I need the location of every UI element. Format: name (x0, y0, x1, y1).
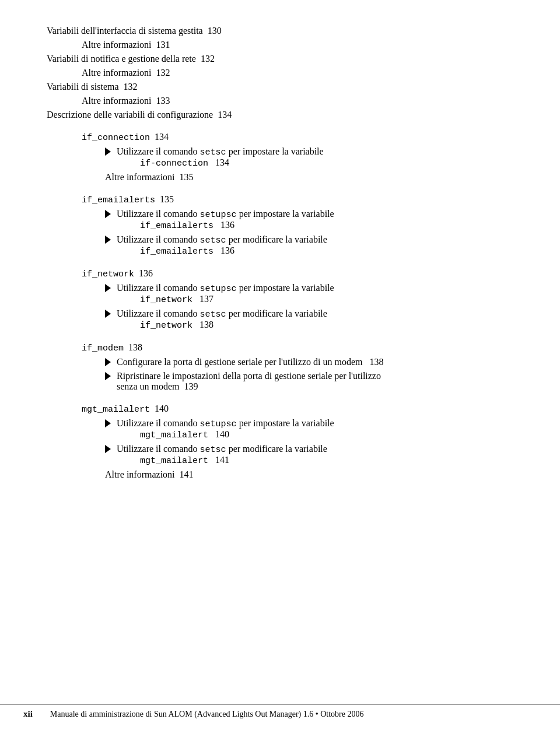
page-num: 136 (220, 245, 235, 255)
entry-code: mgt_mailalert (140, 456, 208, 466)
toc-row-ripristinare: Ripristinare le impostazioni della porta… (105, 371, 513, 392)
page-num: 134 (218, 110, 232, 120)
toc-row-2: Altre informazioni 131 (82, 40, 513, 50)
page-content: Variabili dell'interfaccia di sistema ge… (0, 0, 560, 530)
entry-code: if_network (140, 321, 192, 331)
entry-code: if_emailalerts (140, 247, 214, 257)
bullet-icon (105, 419, 111, 427)
page-num: 136 (220, 220, 235, 230)
entry-text: Utilizzare il comando setupsc per impost… (117, 418, 334, 428)
entry-code: if-connection (140, 159, 208, 169)
page-num: 137 (200, 294, 214, 304)
entry-code: if_emailalerts (82, 195, 155, 205)
entry-text: Descrizione delle variabili di configura… (47, 110, 213, 120)
entry-text: Altre informazioni (82, 68, 152, 78)
toc-row-3: Variabili di notifica e gestione della r… (47, 54, 513, 64)
entry-code: mgt_mailalert (82, 405, 150, 415)
bullet-icon (105, 445, 111, 453)
entry-text: Altre informazioni (82, 40, 152, 50)
bullet-icon (105, 284, 111, 292)
toc-row-configurare: Configurare la porta di gestione seriale… (105, 357, 513, 367)
footer-text: Manuale di amministrazione di Sun ALOM (… (50, 710, 364, 719)
bullet-icon (105, 310, 111, 318)
entry-text: Utilizzare il comando setupsc per impost… (117, 283, 334, 293)
page-num: 136 (139, 268, 153, 279)
entry-text: Utilizzare il comando setsc per modifica… (117, 444, 327, 454)
entry-text: Utilizzare il comando setupsc per impost… (117, 209, 334, 219)
toc-row-1: Variabili dell'interfaccia di sistema ge… (47, 26, 513, 36)
toc-row-setsc-email: Utilizzare il comando setsc per modifica… (105, 234, 513, 257)
entry-text: Utilizzare il comando setsc per impostar… (117, 146, 324, 156)
entry-text: Altre informazioni (105, 172, 175, 183)
entry-code: if_network (140, 295, 192, 305)
entry-code: mgt_mailalert (140, 430, 208, 440)
page-num: 141 (180, 469, 194, 480)
toc-if-emailalerts: if_emailalerts 135 (82, 194, 513, 205)
toc-row-setsc-mgt: Utilizzare il comando setsc per modifica… (105, 444, 513, 466)
entry-text-cont: senza un modem (117, 381, 180, 392)
entry-text: Utilizzare il comando setsc per modifica… (117, 234, 327, 244)
toc-row-setsc-1: Utilizzare il comando setsc per impostar… (105, 146, 513, 169)
page-num: 138 (369, 357, 383, 367)
page-num: 132 (124, 82, 138, 92)
toc-row-setupsc-network: Utilizzare il comando setupsc per impost… (105, 283, 513, 305)
toc-row-setsc-network: Utilizzare il comando setsc per modifica… (105, 308, 513, 331)
footer-page-num: xii (23, 709, 33, 719)
entry-code: if_modem (82, 343, 124, 353)
entry-text: Altre informazioni (82, 96, 152, 106)
bullet-icon (105, 358, 111, 366)
footer: xii Manuale di amministrazione di Sun AL… (0, 704, 560, 719)
page-num: 132 (201, 54, 215, 64)
page-num: 140 (215, 429, 229, 439)
toc-row-6: Altre informazioni 133 (82, 96, 513, 106)
entry-text: Altre informazioni (105, 469, 175, 480)
page-num: 134 (215, 157, 229, 167)
toc-row-4: Altre informazioni 132 (82, 68, 513, 78)
entry-code: if_emailalerts (140, 221, 214, 231)
page-num: 131 (156, 40, 170, 50)
toc-row-7: Descrizione delle variabili di configura… (47, 110, 513, 120)
entry-text: Ripristinare le impostazioni della porta… (117, 371, 381, 381)
entry-code: if_connection (82, 133, 150, 143)
bullet-icon (105, 210, 111, 218)
page-num: 138 (128, 342, 142, 353)
entry-text: Configurare la porta di gestione seriale… (117, 357, 362, 367)
page-num: 139 (184, 381, 198, 392)
toc-row-5: Variabili di sistema 132 (47, 82, 513, 92)
bullet-icon (105, 372, 111, 380)
entry-text: Utilizzare il comando setsc per modifica… (117, 308, 327, 318)
page-num: 132 (156, 68, 170, 78)
page-num: 141 (215, 455, 229, 465)
page-num: 135 (180, 172, 194, 183)
bullet-icon (105, 148, 111, 156)
toc-if-modem: if_modem 138 (82, 342, 513, 353)
toc-if-network: if_network 136 (82, 268, 513, 279)
toc-altre-141: Altre informazioni 141 (105, 469, 513, 480)
toc-row-setupsc-email: Utilizzare il comando setupsc per impost… (105, 209, 513, 231)
page-num: 138 (200, 320, 214, 329)
page-num: 134 (155, 132, 169, 142)
entry-text: Variabili di sistema (47, 82, 119, 92)
page-num: 135 (160, 194, 174, 205)
page-num: 140 (155, 404, 169, 414)
entry-text: Variabili dell'interfaccia di sistema ge… (47, 26, 203, 36)
toc-altre-135: Altre informazioni 135 (105, 172, 513, 183)
page-num: 130 (208, 26, 222, 36)
toc-mgt-mailalert: mgt_mailalert 140 (82, 404, 513, 415)
toc-if-connection: if_connection 134 (82, 132, 513, 143)
bullet-icon (105, 236, 111, 244)
page-num: 133 (156, 96, 170, 106)
entry-text: Variabili di notifica e gestione della r… (47, 54, 196, 64)
entry-code: if_network (82, 269, 134, 279)
toc-row-setupsc-mgt: Utilizzare il comando setupsc per impost… (105, 418, 513, 440)
